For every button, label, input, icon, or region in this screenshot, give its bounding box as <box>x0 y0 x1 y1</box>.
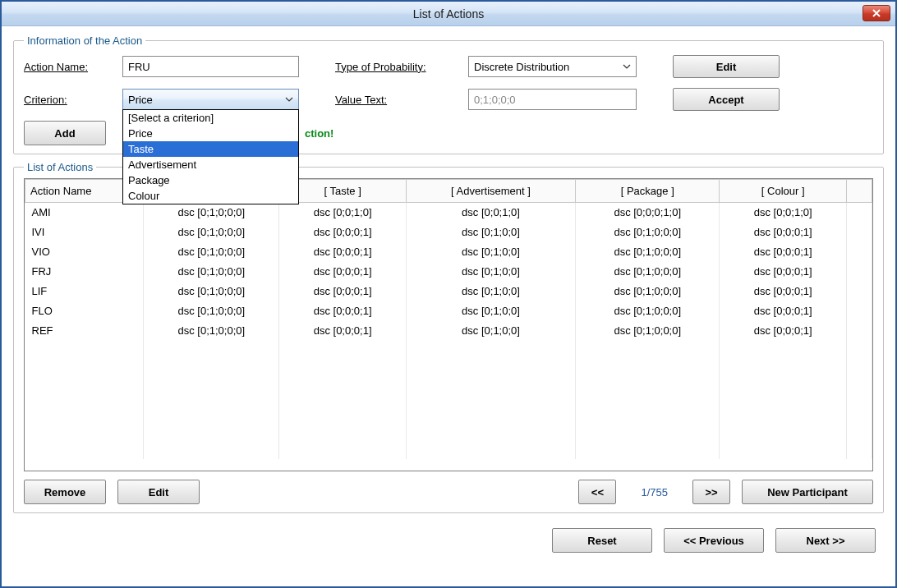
type-probability-select[interactable]: Discrete Distribution <box>468 56 637 77</box>
cell-value: dsc [0;1;0;0] <box>406 262 575 282</box>
cell-action-name: LIF <box>25 282 144 301</box>
criterion-option[interactable]: Advertisement <box>123 157 298 172</box>
table-row-empty <box>25 400 872 420</box>
titlebar: List of Actions <box>2 2 895 26</box>
column-header[interactable]: [ Package ] <box>576 180 720 203</box>
table-row[interactable]: VIOdsc [0;1;0;0;0]dsc [0;0;0;1]dsc [0;1;… <box>25 242 872 262</box>
criterion-dropdown[interactable]: [Select a criterion]PriceTasteAdvertisem… <box>122 109 299 204</box>
info-legend: Information of the Action <box>24 34 145 47</box>
accept-button[interactable]: Accept <box>673 88 780 111</box>
criterion-option[interactable]: Package <box>123 172 298 188</box>
table-row-empty <box>25 361 872 380</box>
label-type-probability: Type of Probability: <box>335 61 458 73</box>
type-probability-value: Discrete Distribution <box>474 61 569 73</box>
table-row-empty <box>25 380 872 400</box>
remove-button[interactable]: Remove <box>24 480 106 504</box>
reset-button[interactable]: Reset <box>552 528 652 553</box>
table-row[interactable]: FLOdsc [0;1;0;0;0]dsc [0;0;0;1]dsc [0;1;… <box>25 301 872 321</box>
label-action-name: Action Name: <box>24 61 113 73</box>
cell-action-name: REF <box>25 321 144 341</box>
cell-value: dsc [0;0;0;1] <box>720 282 847 301</box>
cell-value: dsc [0;1;0;0;0] <box>576 223 720 242</box>
table-row-empty <box>25 420 872 439</box>
cell-action-name: VIO <box>25 242 144 262</box>
cell-value: dsc [0;0;1;0] <box>279 203 407 223</box>
cell-value: dsc [0;0;0;1] <box>720 242 847 262</box>
cell-value: dsc [0;1;0;0;0] <box>144 262 279 282</box>
cell-value: dsc [0;0;0;1;0] <box>576 203 720 223</box>
criterion-select[interactable]: Price <box>122 89 299 110</box>
pager-text: 1/755 <box>628 486 681 498</box>
cell-value: dsc [0;0;0;1] <box>720 321 847 341</box>
criterion-option[interactable]: Colour <box>123 188 298 204</box>
chevron-down-icon <box>623 64 631 69</box>
column-header-spacer <box>847 180 872 203</box>
edit-row-button[interactable]: Edit <box>117 480 200 504</box>
cell-value: dsc [0;0;0;1] <box>279 223 407 242</box>
previous-button[interactable]: << Previous <box>664 528 764 553</box>
cell-value: dsc [0;0;0;1] <box>279 242 407 262</box>
table-body: AMIdsc [0;1;0;0;0]dsc [0;0;1;0]dsc [0;0;… <box>25 203 872 459</box>
criterion-option[interactable]: Price <box>123 126 298 141</box>
table-row[interactable]: IVIdsc [0;1;0;0;0]dsc [0;0;0;1]dsc [0;1;… <box>25 223 872 242</box>
status-text: ction! <box>305 127 334 140</box>
cell-value: dsc [0;0;1;0] <box>406 203 575 223</box>
cell-value: dsc [0;1;0;0;0] <box>144 282 279 301</box>
cell-action-name: FLO <box>25 301 144 321</box>
cell-value: dsc [0;1;0;0;0] <box>576 262 720 282</box>
cell-value: dsc [0;0;0;1] <box>279 301 407 321</box>
cell-value: dsc [0;0;0;1] <box>720 301 847 321</box>
close-icon <box>872 7 881 20</box>
edit-button[interactable]: Edit <box>673 55 780 78</box>
criterion-option[interactable]: [Select a criterion] <box>123 110 298 126</box>
column-header[interactable]: [ Colour ] <box>720 180 847 203</box>
cell-value: dsc [0;1;0;0] <box>406 242 575 262</box>
pager-first-button[interactable]: << <box>578 480 616 504</box>
table-row[interactable]: AMIdsc [0;1;0;0;0]dsc [0;0;1;0]dsc [0;0;… <box>25 203 872 223</box>
add-button[interactable]: Add <box>24 121 106 145</box>
column-header[interactable]: [ Advertisement ] <box>406 180 575 203</box>
label-value-text: Value Text: <box>335 94 458 106</box>
cell-value: dsc [0;1;0;0] <box>406 282 575 301</box>
window: List of Actions Information of the Actio… <box>0 0 897 588</box>
table-row[interactable]: REFdsc [0;1;0;0;0]dsc [0;0;0;1]dsc [0;1;… <box>25 321 872 341</box>
cell-value: dsc [0;1;0;0;0] <box>144 242 279 262</box>
window-title: List of Actions <box>413 7 484 21</box>
cell-action-name: AMI <box>25 203 144 223</box>
criterion-value: Price <box>128 94 153 106</box>
cell-value: dsc [0;1;0;0;0] <box>576 321 720 341</box>
cell-value: dsc [0;0;0;1] <box>720 262 847 282</box>
cell-value: dsc [0;1;0;0] <box>406 223 575 242</box>
cell-value: dsc [0;1;0;0] <box>406 301 575 321</box>
next-button[interactable]: Next >> <box>775 528 876 553</box>
cell-value: dsc [0;0;1;0] <box>720 203 847 223</box>
cell-value: dsc [0;1;0;0] <box>406 321 575 341</box>
cell-value: dsc [0;1;0;0;0] <box>576 242 720 262</box>
new-participant-button[interactable]: New Participant <box>742 480 873 504</box>
cell-value: dsc [0;1;0;0;0] <box>144 321 279 341</box>
cell-value: dsc [0;0;0;1] <box>279 282 407 301</box>
content: Information of the Action Action Name: T… <box>2 26 895 561</box>
label-criterion: Criterion: <box>24 94 113 106</box>
footer-buttons: Reset << Previous Next >> <box>13 528 884 553</box>
cell-value: dsc [0;1;0;0;0] <box>576 301 720 321</box>
action-name-input[interactable] <box>122 56 299 77</box>
table-row[interactable]: LIFdsc [0;1;0;0;0]dsc [0;0;0;1]dsc [0;1;… <box>25 282 872 301</box>
table-row-empty <box>25 439 872 459</box>
value-text-input[interactable] <box>468 89 637 110</box>
cell-value: dsc [0;1;0;0;0] <box>144 203 279 223</box>
cell-action-name: FRJ <box>25 262 144 282</box>
cell-value: dsc [0;1;0;0;0] <box>576 282 720 301</box>
cell-value: dsc [0;1;0;0;0] <box>144 223 279 242</box>
list-fieldset: List of Actions Action Name[ Price ][ Ta… <box>13 161 884 513</box>
pager-last-button[interactable]: >> <box>692 480 730 504</box>
table-row-empty <box>25 341 872 361</box>
cell-value: dsc [0;1;0;0;0] <box>144 301 279 321</box>
actions-table: Action Name[ Price ][ Taste ][ Advertise… <box>24 178 873 471</box>
table-row[interactable]: FRJdsc [0;1;0;0;0]dsc [0;0;0;1]dsc [0;1;… <box>25 262 872 282</box>
criterion-option[interactable]: Taste <box>123 141 298 157</box>
cell-value: dsc [0;0;0;1] <box>279 321 407 341</box>
cell-action-name: IVI <box>25 223 144 242</box>
close-button[interactable] <box>862 5 890 21</box>
chevron-down-icon <box>285 97 293 102</box>
